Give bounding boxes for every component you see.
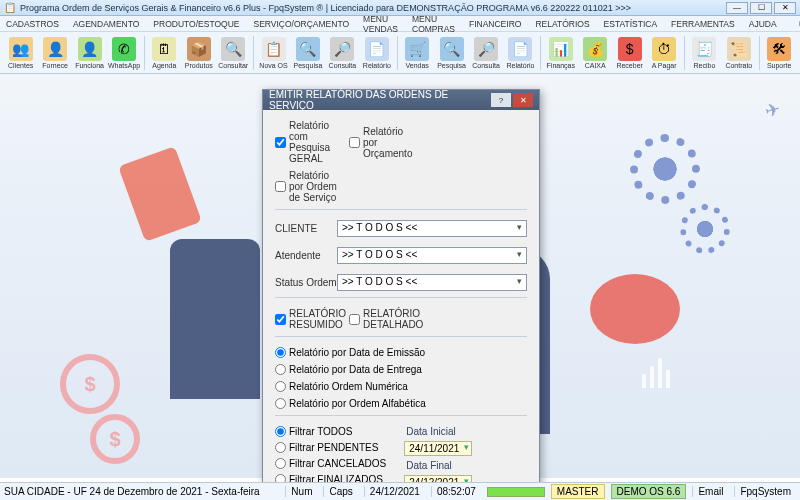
toolbar-vendas[interactable]: 🛒Vendas — [400, 37, 433, 69]
toolbar-relatório[interactable]: 📄Relatório — [504, 37, 537, 69]
paper-plane-icon: ✈ — [762, 97, 782, 122]
gear-icon — [680, 204, 730, 254]
toolbar-icon: 📦 — [187, 37, 211, 61]
menu-relatorios[interactable]: RELATÓRIOS — [535, 19, 589, 29]
toolbar-fornece[interactable]: 👤Fornece — [38, 37, 71, 69]
checkbox-resumido[interactable]: RELATÓRIO RESUMIDO — [275, 308, 337, 330]
toolbar-label: A Pagar — [652, 62, 677, 69]
select-atendente[interactable]: >> T O D O S << — [337, 247, 527, 264]
toolbar-icon: ⏱ — [652, 37, 676, 61]
toolbar-icon: 📄 — [365, 37, 389, 61]
toolbar-consultar[interactable]: 🔍Consultar — [217, 37, 250, 69]
toolbar-label: Pesquisa — [294, 62, 323, 69]
status-location: SUA CIDADE - UF 24 de Dezembro de 2021 -… — [4, 486, 260, 497]
toolbar-icon: $ — [618, 37, 642, 61]
bars-illustration — [642, 358, 670, 388]
toolbar-label: Vendas — [405, 62, 428, 69]
menu-ajuda[interactable]: AJUDA — [749, 19, 777, 29]
menu-estatistica[interactable]: ESTATÍSTICA — [604, 19, 658, 29]
toolbar-pesquisa[interactable]: 🔍Pesquisa — [291, 37, 324, 69]
window-titlebar: 📋 Programa Ordem de Serviços Gerais & Fi… — [0, 0, 800, 16]
toolbar-label: Contrato — [725, 62, 752, 69]
toolbar-label: Clientes — [8, 62, 33, 69]
toolbar-produtos[interactable]: 📦Produtos — [182, 37, 215, 69]
chair-illustration — [170, 239, 260, 399]
window-title: Programa Ordem de Serviços Gerais & Fina… — [20, 3, 631, 13]
menu-servico-orcamento[interactable]: SERVIÇO/ORÇAMENTO — [253, 19, 349, 29]
toolbar-consulta[interactable]: 🔎Consulta — [326, 37, 359, 69]
toolbar-label: Consulta — [329, 62, 357, 69]
toolbar-recibo[interactable]: 🧾Recibo — [688, 37, 721, 69]
menu-ferramentas[interactable]: FERRAMENTAS — [671, 19, 735, 29]
menu-compras[interactable]: MENU COMPRAS — [412, 14, 455, 34]
dialog-close-button[interactable]: ✕ — [513, 93, 533, 107]
toolbar-receber[interactable]: $Receber — [613, 37, 646, 69]
toolbar-icon: 🧾 — [692, 37, 716, 61]
menu-vendas[interactable]: MENU VENDAS — [363, 14, 398, 34]
radio-ordem-numerica[interactable]: Relatório Ordem Numérica — [275, 381, 408, 392]
toolbar-contrato[interactable]: 📜Contrato — [722, 37, 755, 69]
toolbar-a pagar[interactable]: ⏱A Pagar — [647, 37, 680, 69]
dialog-titlebar[interactable]: EMITIR RELATÓRIO DAS ORDENS DE SERVIÇO ?… — [263, 90, 539, 110]
menu-produto-estoque[interactable]: PRODUTO/ESTOQUE — [153, 19, 239, 29]
toolbar-finanças[interactable]: 📊Finanças — [544, 37, 577, 69]
label-cliente: CLIENTE — [275, 223, 337, 234]
menu-agendamento[interactable]: AGENDAMENTO — [73, 19, 139, 29]
statusbar: SUA CIDADE - UF 24 de Dezembro de 2021 -… — [0, 482, 800, 500]
radio-filtrar-todos[interactable]: Filtrar TODOS — [275, 426, 386, 437]
toolbar-label: Receber — [616, 62, 642, 69]
coin-icon: $ — [90, 414, 140, 464]
checkbox-pesquisa-geral[interactable]: Relatório com Pesquisa GERAL — [275, 120, 337, 164]
gear-icon — [630, 134, 700, 204]
toolbar-label: Consulta — [472, 62, 500, 69]
radio-ordem-alfabetica[interactable]: Relatório por Ordem Alfabética — [275, 398, 426, 409]
toolbar-label: Consultar — [218, 62, 248, 69]
toolbar-relatório[interactable]: 📄Relatório — [360, 37, 393, 69]
radio-data-entrega[interactable]: Relatório por Data de Entrega — [275, 364, 422, 375]
toolbar-label: Agenda — [152, 62, 176, 69]
toolbar-whatsapp[interactable]: ✆WhatsApp — [107, 37, 140, 69]
input-data-inicial[interactable]: 24/11/2021 — [404, 441, 472, 456]
toolbar-agenda[interactable]: 🗓Agenda — [148, 37, 181, 69]
toolbar-icon: 👤 — [43, 37, 67, 61]
menubar: CADASTROS AGENDAMENTO PRODUTO/ESTOQUE SE… — [0, 16, 800, 32]
select-status[interactable]: >> T O D O S << — [337, 274, 527, 291]
dialog-help-button[interactable]: ? — [491, 93, 511, 107]
toolbar-clientes[interactable]: 👥Clientes — [4, 37, 37, 69]
toolbar-nova os[interactable]: 📋Nova OS — [257, 37, 290, 69]
toolbar-icon: 💰 — [583, 37, 607, 61]
toolbar-icon: 🔍 — [296, 37, 320, 61]
maximize-button[interactable]: ☐ — [750, 2, 772, 14]
toolbar-label: Recibo — [694, 62, 716, 69]
radio-filtrar-pendentes[interactable]: Filtrar PENDENTES — [275, 442, 386, 453]
toolbar-label: Relatório — [506, 62, 534, 69]
checkbox-orcamento[interactable]: Relatório por Orçamento — [349, 126, 411, 159]
status-fpqsystem[interactable]: FpqSystem — [734, 486, 796, 497]
select-cliente[interactable]: >> T O D O S << — [337, 220, 527, 237]
toolbar-label: WhatsApp — [108, 62, 140, 69]
toolbar-label: CAIXA — [585, 62, 606, 69]
menu-cadastros[interactable]: CADASTROS — [6, 19, 59, 29]
toolbar-label: Suporte — [767, 62, 792, 69]
toolbar-funciona[interactable]: 👤Funciona — [73, 37, 106, 69]
toolbar-pesquisa[interactable]: 🔍Pesquisa — [435, 37, 468, 69]
radio-filtrar-cancelados[interactable]: Filtrar CANCELADOS — [275, 458, 386, 469]
checkbox-detalhado[interactable]: RELATÓRIO DETALHADO — [349, 308, 411, 330]
checkbox-ordem-servico[interactable]: Relatório por Ordem de Serviço — [275, 170, 337, 203]
toolbar: 👥Clientes👤Fornece👤Funciona✆WhatsApp🗓Agen… — [0, 32, 800, 74]
toolbar-suporte[interactable]: 🛠Suporte — [762, 37, 795, 69]
menu-financeiro[interactable]: FINANCEIRO — [469, 19, 521, 29]
minimize-button[interactable]: — — [726, 2, 748, 14]
toolbar-icon: 🛠 — [767, 37, 791, 61]
toolbar-label: Pesquisa — [437, 62, 466, 69]
toolbar-label: Produtos — [185, 62, 213, 69]
toolbar-consulta[interactable]: 🔎Consulta — [469, 37, 502, 69]
toolbar-label: Relatório — [363, 62, 391, 69]
status-email[interactable]: Email — [692, 486, 728, 497]
toolbar-caixa[interactable]: 💰CAIXA — [579, 37, 612, 69]
workspace: $ $ ✈ EMITIR RELATÓRIO DAS ORDENS DE SER… — [0, 74, 800, 478]
report-dialog: EMITIR RELATÓRIO DAS ORDENS DE SERVIÇO ?… — [262, 89, 540, 500]
radio-data-emissao[interactable]: Relatório por Data de Emissão — [275, 347, 425, 358]
toolbar-label: Nova OS — [259, 62, 287, 69]
close-button[interactable]: ✕ — [774, 2, 796, 14]
